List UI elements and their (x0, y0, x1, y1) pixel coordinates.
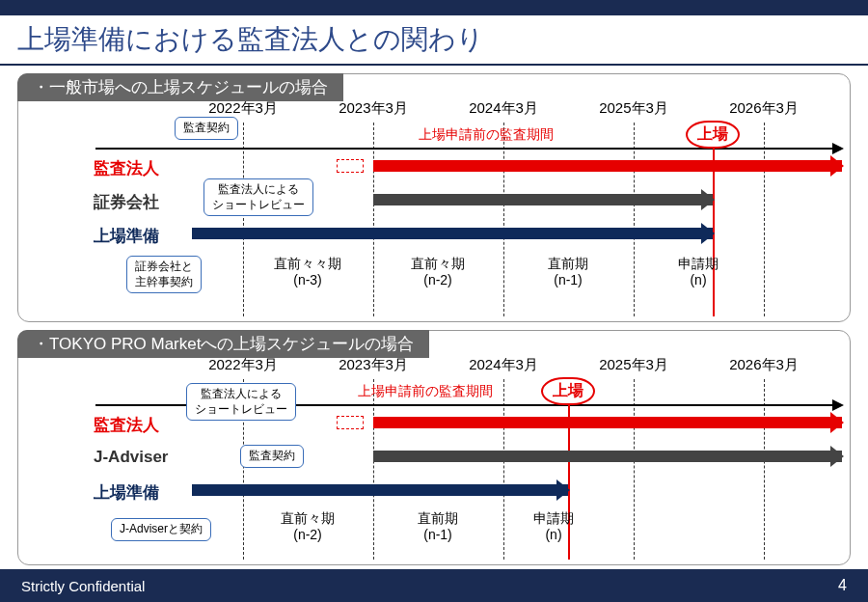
footer-bar: Strictly Confidential 4 (0, 569, 868, 602)
audit-period-note: 上場申請前の監査期間 (419, 126, 554, 144)
row-label-audit: 監査法人 (94, 157, 159, 179)
period-label: 直前々々期(n-3) (274, 256, 341, 288)
callout-audit-contract: 監査契約 (240, 445, 304, 468)
bar-securities (373, 194, 713, 205)
year-tick: 2022年3月 (208, 99, 278, 118)
period-label: 直前々期(n-2) (411, 256, 465, 288)
slide-title: 上場準備における監査法人との関わり (0, 15, 868, 66)
row-label-prep: 上場準備 (94, 225, 159, 247)
period-divider (373, 379, 374, 560)
bar-prep (192, 228, 713, 239)
year-axis-2: 2022年3月 2023年3月 2024年3月 2025年3月 2026年3月 (18, 356, 850, 377)
bar-prep (192, 484, 568, 496)
period-label: 直前々期(n-2) (281, 510, 335, 543)
page-number: 4 (838, 577, 847, 594)
callout-jadviser-contract: J-Adviserと契約 (111, 518, 211, 541)
period-divider (634, 123, 635, 316)
listing-badge: 上場 (541, 377, 595, 405)
year-tick: 2026年3月 (729, 99, 799, 118)
bar-audit (373, 160, 842, 172)
year-tick: 2025年3月 (599, 356, 668, 374)
panel-header-1: ・一般市場への上場スケジュールの場合 (17, 73, 343, 101)
year-tick: 2022年3月 (208, 356, 278, 374)
dashed-pre-box (337, 159, 364, 173)
period-divider (634, 379, 635, 560)
top-accent-bar (0, 0, 868, 15)
row-label-securities: 証券会社 (94, 191, 159, 213)
year-tick: 2025年3月 (599, 99, 668, 118)
period-label: 直前期(n-1) (418, 510, 458, 543)
period-divider (373, 123, 374, 316)
confidential-label: Strictly Confidential (21, 578, 145, 594)
period-divider (503, 123, 504, 316)
axis-arrow (95, 148, 842, 150)
year-tick: 2026年3月 (729, 356, 799, 374)
year-axis-1: 2022年3月 2023年3月 2024年3月 2025年3月 2026年3月 (18, 99, 850, 121)
dashed-pre-box (337, 416, 364, 429)
panel-general-market: ・一般市場への上場スケジュールの場合 2022年3月 2023年3月 2024年… (17, 73, 851, 322)
audit-period-note: 上場申請前の監査期間 (358, 383, 493, 400)
year-tick: 2024年3月 (469, 356, 538, 374)
period-label: 申請期(n) (678, 256, 719, 288)
period-divider (764, 379, 765, 560)
panel-header-2: ・TOKYO PRO Marketへの上場スケジュールの場合 (17, 330, 429, 358)
row-label-jadviser: J-Adviser (94, 448, 168, 467)
callout-short-review: 監査法人による ショートレビュー (203, 178, 313, 216)
bar-jadviser (373, 451, 842, 462)
listing-badge: 上場 (686, 121, 740, 149)
year-tick: 2023年3月 (339, 99, 408, 118)
callout-lead-underwriter: 証券会社と 主幹事契約 (126, 256, 202, 293)
callout-audit-contract: 監査契約 (175, 117, 238, 140)
year-tick: 2023年3月 (339, 356, 408, 374)
panel-tokyo-pro-market: ・TOKYO PRO Marketへの上場スケジュールの場合 2022年3月 2… (17, 330, 851, 565)
year-tick: 2024年3月 (469, 99, 538, 118)
period-divider (503, 379, 504, 560)
callout-short-review: 監査法人による ショートレビュー (186, 383, 296, 421)
bar-audit (373, 417, 842, 428)
row-label-prep: 上場準備 (94, 481, 159, 504)
period-divider (243, 123, 244, 316)
timeline-chart-1: 2022年3月 2023年3月 2024年3月 2025年3月 2026年3月 … (18, 99, 850, 321)
timeline-chart-2: 2022年3月 2023年3月 2024年3月 2025年3月 2026年3月 … (18, 356, 850, 564)
period-divider (764, 123, 765, 316)
row-label-audit: 監査法人 (94, 414, 159, 436)
period-label: 申請期(n) (533, 510, 574, 543)
period-label: 直前期(n-1) (548, 256, 588, 288)
